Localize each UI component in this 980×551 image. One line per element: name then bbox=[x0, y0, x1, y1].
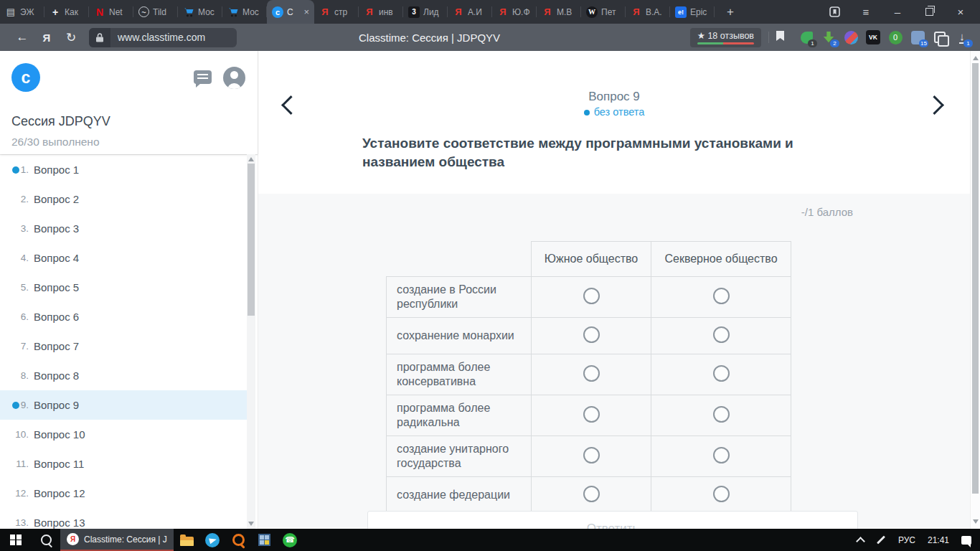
extension-tabs-icon[interactable]: 15 bbox=[910, 29, 925, 45]
ext-badge: 2 bbox=[830, 39, 839, 47]
sidebar-item-question-9[interactable]: 9.Вопрос 9 bbox=[0, 390, 248, 420]
close-tab-icon[interactable]: × bbox=[303, 7, 309, 17]
sidebar-item-question-5[interactable]: 5.Вопрос 5 bbox=[0, 273, 248, 302]
taskbar-search-button[interactable] bbox=[32, 529, 60, 551]
table-row: программа более радикальна bbox=[387, 395, 791, 436]
restore-icon[interactable] bbox=[923, 6, 936, 19]
sidebar-item-question-8[interactable]: 8.Вопрос 8 bbox=[0, 361, 248, 390]
tab-yandex-str[interactable]: Ястр bbox=[314, 0, 359, 24]
minimize-icon[interactable]: – bbox=[891, 6, 904, 19]
telegram-icon bbox=[205, 533, 220, 547]
tab-shop-2[interactable]: Мос bbox=[222, 0, 267, 24]
whatsapp-icon: ☎ bbox=[283, 533, 297, 547]
tab-kak[interactable]: +Как bbox=[44, 0, 89, 24]
extension-adguard-icon[interactable]: 0 bbox=[887, 29, 903, 45]
extension-installer-icon[interactable]: 2 bbox=[821, 29, 837, 45]
chat-icon[interactable] bbox=[194, 70, 212, 84]
radio-row6-col2[interactable] bbox=[713, 486, 730, 502]
taskbar-window-browser[interactable]: Я Classtime: Сессия | J... bbox=[60, 529, 174, 551]
scrollbar-thumb[interactable] bbox=[248, 164, 255, 316]
tab-epic[interactable]: e!Epic bbox=[670, 0, 715, 24]
collections-icon[interactable] bbox=[932, 29, 948, 45]
sidebar-item-question-1[interactable]: 1.Вопрос 1 bbox=[0, 155, 248, 184]
radio-row2-col1[interactable] bbox=[583, 326, 600, 343]
radio-row4-col1[interactable] bbox=[583, 406, 600, 423]
radio-row3-col1[interactable] bbox=[583, 365, 600, 382]
epic-icon: e! bbox=[675, 6, 687, 18]
close-window-icon[interactable]: × bbox=[954, 6, 967, 19]
tab-shop-1[interactable]: Мос bbox=[178, 0, 222, 24]
radio-row1-col1[interactable] bbox=[583, 288, 600, 304]
tab-yandex-ai[interactable]: ЯА.И bbox=[448, 0, 492, 24]
reload-icon[interactable]: ↻ bbox=[59, 30, 83, 45]
pixel-app-button[interactable] bbox=[251, 529, 277, 551]
radio-row5-col1[interactable] bbox=[583, 447, 600, 463]
file-explorer-button[interactable] bbox=[174, 529, 199, 551]
radio-row6-col1[interactable] bbox=[583, 486, 600, 502]
bookmarks-panel-icon[interactable] bbox=[828, 6, 841, 19]
extension-savefrom-icon[interactable] bbox=[843, 29, 859, 45]
tab-yandex-inv[interactable]: Яинв bbox=[359, 0, 403, 24]
sidebar-item-question-10[interactable]: 10.Вопрос 10 bbox=[0, 420, 248, 449]
language-indicator[interactable]: РУС bbox=[898, 535, 915, 545]
page-scrollbar[interactable] bbox=[970, 51, 980, 529]
sidebar-scrollbar[interactable] bbox=[247, 154, 255, 529]
taskbar-window-title: Classtime: Сессия | J... bbox=[84, 534, 167, 545]
extension-leaf-icon[interactable]: 1 bbox=[798, 29, 814, 45]
yandex-home-icon[interactable]: Я bbox=[34, 32, 59, 44]
back-icon[interactable]: ← bbox=[10, 30, 34, 44]
unanswered-dot bbox=[12, 166, 19, 174]
sidebar-item-question-11[interactable]: 11.Вопрос 11 bbox=[0, 449, 248, 479]
action-center-icon[interactable] bbox=[961, 536, 971, 545]
downloads-icon[interactable]: ↓1 bbox=[954, 29, 970, 45]
windows-ink-icon[interactable] bbox=[877, 535, 885, 544]
radio-row5-col2[interactable] bbox=[713, 447, 730, 463]
star-icon: ★ bbox=[697, 31, 705, 41]
tray-expand-icon[interactable] bbox=[856, 537, 865, 546]
tab-ezh[interactable]: ▤ЭЖ bbox=[0, 0, 44, 24]
address-bar[interactable]: www.classtime.com bbox=[89, 28, 237, 47]
tab-lid[interactable]: 3Лид bbox=[403, 0, 448, 24]
tab-yandex-yuf[interactable]: ЯЮ.Ф bbox=[492, 0, 537, 24]
tab-yandex-mv[interactable]: ЯМ.В bbox=[537, 0, 581, 24]
scroll-down-icon[interactable] bbox=[973, 519, 979, 524]
tab-netflix[interactable]: NNet bbox=[89, 0, 133, 24]
tab-classtime-active[interactable]: cC× bbox=[267, 0, 314, 24]
download-badge: 1 bbox=[963, 39, 973, 47]
lock-icon[interactable] bbox=[89, 28, 110, 47]
menu-icon[interactable]: ≡ bbox=[859, 6, 872, 19]
radio-row4-col2[interactable] bbox=[713, 406, 730, 423]
avatar[interactable] bbox=[223, 67, 245, 89]
clock[interactable]: 21:41 bbox=[928, 535, 949, 545]
tab-tilda[interactable]: ~Tild bbox=[133, 0, 178, 24]
scroll-up-icon[interactable] bbox=[248, 157, 254, 161]
sidebar-item-question-4[interactable]: 4.Вопрос 4 bbox=[0, 243, 248, 273]
tab-wikipedia[interactable]: WПет bbox=[581, 0, 626, 24]
radio-row3-col2[interactable] bbox=[713, 365, 730, 382]
extension-vk-icon[interactable]: VK bbox=[865, 29, 881, 45]
sidebar-item-question-3[interactable]: 3.Вопрос 3 bbox=[0, 214, 248, 243]
radio-row1-col2[interactable] bbox=[713, 288, 730, 304]
table-row: создание унитарного государства bbox=[387, 436, 791, 477]
sidebar-item-question-13[interactable]: 13.Вопрос 13 bbox=[0, 508, 248, 529]
whatsapp-button[interactable]: ☎ bbox=[277, 529, 303, 551]
scrollbar-thumb[interactable] bbox=[972, 63, 979, 494]
sidebar-item-question-7[interactable]: 7.Вопрос 7 bbox=[0, 331, 248, 361]
telegram-button[interactable] bbox=[199, 529, 225, 551]
table-row: программа более консервативна bbox=[387, 354, 791, 395]
classtime-logo[interactable]: c bbox=[11, 63, 40, 92]
scroll-up-icon[interactable] bbox=[973, 56, 979, 60]
sidebar-item-question-12[interactable]: 12.Вопрос 12 bbox=[0, 479, 248, 508]
bookmark-flag-icon[interactable] bbox=[776, 31, 784, 44]
sidebar-item-question-6[interactable]: 6.Вопрос 6 bbox=[0, 302, 248, 331]
site-reviews-button[interactable]: ★ 18 отзывов bbox=[690, 28, 761, 47]
matching-table: Южное общество Секверное общество создан… bbox=[386, 241, 791, 514]
start-button[interactable] bbox=[0, 529, 32, 551]
search-app-button[interactable] bbox=[225, 529, 251, 551]
sidebar-item-question-2[interactable]: 2.Вопрос 2 bbox=[0, 184, 248, 214]
radio-row2-col2[interactable] bbox=[713, 326, 730, 343]
new-tab-button[interactable]: + bbox=[715, 0, 746, 24]
tab-yandex-va[interactable]: ЯВ.А. bbox=[626, 0, 670, 24]
scroll-down-icon[interactable] bbox=[248, 522, 254, 526]
submit-answer-button[interactable]: Ответить bbox=[367, 511, 858, 529]
